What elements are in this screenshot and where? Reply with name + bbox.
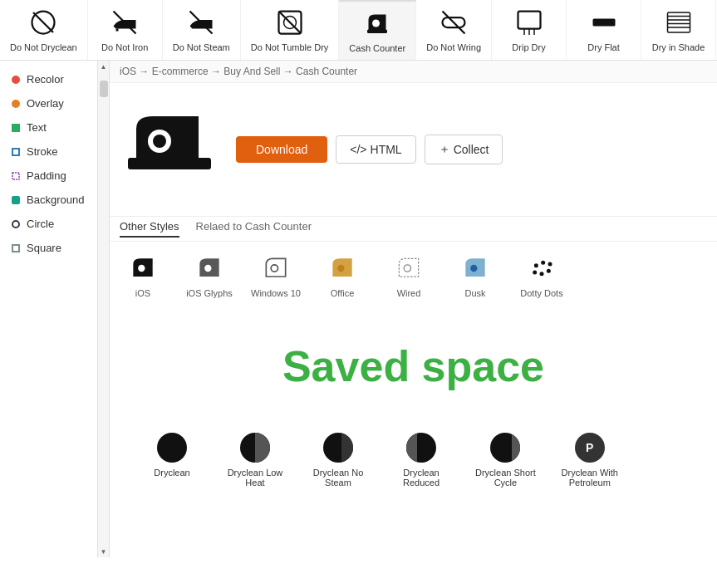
tab-related[interactable]: Relaed to Cash Counter — [196, 220, 312, 238]
icon-bar-item-do-not-iron[interactable]: Do Not Iron — [88, 0, 163, 60]
icon-bar-item-cash-counter[interactable]: Cash Counter — [339, 0, 416, 60]
style-icon-dusk[interactable]: Dusk — [442, 247, 508, 303]
dotty-dots-icon — [525, 252, 558, 285]
cash-counter-icon-top — [362, 8, 392, 38]
icon-bar-item-do-not-dryclean[interactable]: Do Not Dryclean — [0, 0, 88, 60]
sidebar-item-overlay[interactable]: Overlay — [0, 91, 97, 115]
icon-bar-item-dry-in-shade[interactable]: Dry in Shade — [641, 0, 716, 60]
icon-bar-item-do-not-wring[interactable]: Do Not Wring — [416, 0, 492, 60]
download-button[interactable]: Download — [236, 136, 327, 163]
style-icon-ios[interactable]: iOS — [110, 247, 176, 303]
do-not-wring-icon — [439, 7, 469, 37]
scroll-thumb[interactable] — [100, 81, 108, 97]
scrollbar[interactable]: ▲ ▼ — [98, 61, 110, 557]
breadcrumb: iOS → E-commerce → Buy And Sell → Cash C… — [110, 61, 717, 83]
main-layout: Recolor Overlay Text Stroke Padding Back… — [0, 61, 717, 557]
style-icon-wired[interactable]: Wired — [376, 247, 442, 303]
icon-bar-label: Do Not Iron — [101, 42, 148, 52]
ios-style-icon — [126, 252, 160, 285]
icon-bar-item-do-not-tumble-dry[interactable]: Do Not Tumble Dry — [241, 0, 340, 60]
icon-bar-item-do-not-steam[interactable]: Do Not Steam — [163, 0, 241, 60]
styles-section: Other Styles Relaed to Cash Counter — [110, 217, 717, 242]
svg-point-35 — [548, 262, 552, 267]
svg-point-28 — [204, 265, 211, 272]
style-icon-ios-glyphs[interactable]: iOS Glyphs — [176, 247, 243, 303]
svg-point-25 — [153, 135, 166, 148]
bottom-icon-dryclean-petroleum[interactable]: P Dryclean WithPetroleum — [561, 433, 619, 488]
svg-rect-17 — [667, 12, 690, 32]
circle-icon-sidebar — [12, 220, 20, 228]
cash-counter-preview-icon — [120, 100, 219, 199]
svg-point-36 — [533, 271, 537, 275]
action-bar: Download </> HTML ＋ Collect — [110, 83, 717, 217]
sidebar-label-circle: Circle — [27, 218, 54, 230]
sidebar-item-text[interactable]: Text — [0, 115, 97, 140]
scroll-up-arrow[interactable]: ▲ — [98, 61, 110, 72]
dryclean-petroleum-icon: P — [575, 433, 605, 463]
bottom-icon-label: DrycleanReduced — [403, 468, 440, 488]
collect-button[interactable]: ＋ Collect — [425, 135, 503, 164]
stroke-icon — [12, 148, 20, 156]
svg-point-8 — [372, 20, 380, 27]
sidebar-label-overlay: Overlay — [27, 97, 64, 110]
do-not-tumble-dry-icon — [275, 7, 305, 37]
sidebar-label-stroke: Stroke — [27, 145, 58, 158]
content-area: iOS → E-commerce → Buy And Sell → Cash C… — [110, 61, 717, 557]
svg-point-34 — [541, 261, 545, 265]
icon-bar-item-drip-dry[interactable]: Drip Dry — [492, 0, 567, 60]
bottom-icon-dryclean[interactable]: Dryclean — [143, 433, 201, 488]
bottom-icon-dryclean-reduced[interactable]: DrycleanReduced — [392, 433, 450, 488]
svg-point-31 — [404, 265, 410, 272]
svg-rect-22 — [12, 173, 19, 179]
tab-other-styles[interactable]: Other Styles — [120, 220, 179, 238]
office-icon — [326, 252, 359, 285]
svg-rect-9 — [367, 30, 387, 34]
svg-rect-26 — [174, 126, 190, 148]
style-icon-windows10[interactable]: Windows 10 — [243, 247, 309, 303]
sidebar-item-background[interactable]: Background — [0, 188, 97, 212]
style-icons-row: iOS iOS Glyphs Windows 10 — [110, 242, 717, 308]
style-icon-office[interactable]: Office — [309, 247, 376, 303]
style-icon-dotty-dots[interactable]: Dotty Dots — [508, 247, 575, 303]
icon-bar-label: Do Not Steam — [173, 42, 230, 52]
scroll-down-arrow[interactable]: ▼ — [98, 546, 110, 557]
drip-dry-icon — [514, 7, 544, 37]
dryclean-circle-icon — [157, 433, 187, 463]
icon-bar-label: Dry in Shade — [652, 42, 705, 52]
bottom-icons-row: Dryclean Dryclean LowHeat Dryclean NoSte… — [110, 424, 717, 496]
bottom-icon-label: Dryclean WithPetroleum — [562, 468, 618, 488]
dryclean-low-heat-icon — [240, 433, 270, 463]
bottom-icon-dryclean-low-heat[interactable]: Dryclean LowHeat — [226, 433, 284, 488]
sidebar-label-text: Text — [27, 121, 47, 134]
sidebar-item-circle[interactable]: Circle — [0, 212, 97, 236]
bottom-icon-dryclean-short-cycle[interactable]: Dryclean ShortCycle — [475, 433, 536, 488]
sidebar: Recolor Overlay Text Stroke Padding Back… — [0, 61, 98, 557]
svg-point-32 — [470, 265, 477, 272]
icon-bar-label: Do Not Tumble Dry — [251, 42, 329, 52]
sidebar-item-stroke[interactable]: Stroke — [0, 140, 97, 164]
bottom-icon-dryclean-no-steam[interactable]: Dryclean NoSteam — [309, 433, 367, 488]
html-button[interactable]: </> HTML — [336, 135, 415, 164]
square-icon — [12, 244, 20, 252]
sidebar-item-padding[interactable]: Padding — [0, 164, 97, 188]
do-not-dryclean-icon — [28, 7, 58, 37]
sidebar-item-recolor[interactable]: Recolor — [0, 67, 97, 91]
svg-line-1 — [33, 12, 53, 32]
dryclean-short-cycle-icon — [490, 433, 520, 463]
sidebar-item-square[interactable]: Square — [0, 236, 97, 260]
icon-bar-item-dry-flat[interactable]: Dry Flat — [567, 0, 641, 60]
text-icon — [12, 124, 20, 132]
do-not-iron-icon — [110, 7, 140, 37]
svg-point-27 — [138, 265, 145, 272]
wired-icon — [392, 252, 425, 285]
sidebar-label-recolor: Recolor — [27, 73, 64, 86]
svg-point-37 — [540, 272, 544, 276]
icon-bar-label: Do Not Wring — [426, 42, 481, 52]
dry-flat-icon — [589, 7, 619, 37]
ios-glyphs-icon — [193, 252, 226, 285]
plus-icon: ＋ — [439, 142, 450, 157]
windows10-icon — [259, 252, 292, 285]
saved-space-section: Saved space — [110, 308, 717, 424]
saved-space-title: Saved space — [282, 341, 544, 391]
bottom-icon-label: Dryclean NoSteam — [313, 468, 364, 488]
